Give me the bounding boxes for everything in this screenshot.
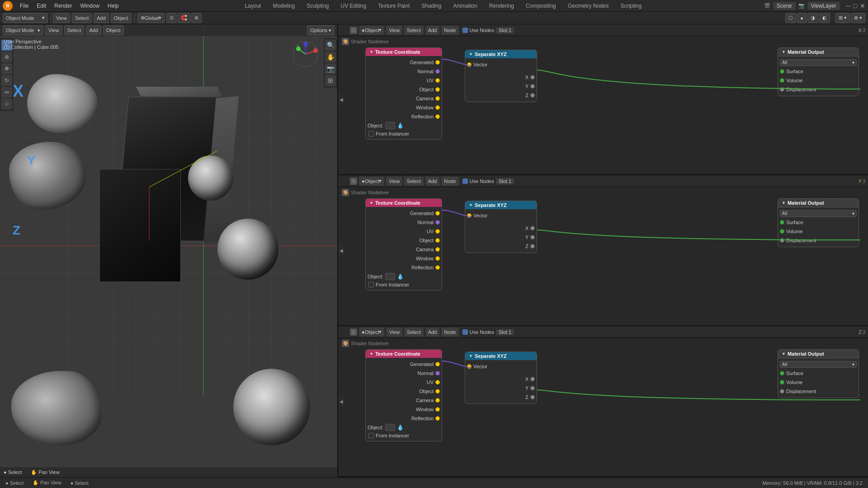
panel3-add[interactable]: Add bbox=[425, 328, 440, 337]
panel3-view[interactable]: View bbox=[386, 328, 402, 337]
tab-scripting[interactable]: Scripting bbox=[615, 1, 647, 11]
node-separate-xyz-1[interactable]: ▼ Separate XYZ Vector X bbox=[465, 50, 537, 102]
eyedropper-3[interactable]: 💧 bbox=[397, 424, 404, 431]
panel1-content[interactable]: 🎨 Shader Nodetree ▼ Texture Coordinate G… bbox=[338, 36, 868, 174]
vp-mode-selector[interactable]: Object Mode▾ bbox=[3, 25, 43, 35]
scene-selector[interactable]: Scene bbox=[773, 2, 796, 10]
tab-uv-editing[interactable]: UV Editing bbox=[335, 1, 372, 11]
panel3-object-select[interactable]: ● Object ▾ bbox=[359, 328, 384, 337]
close-btn[interactable]: ✕ bbox=[860, 2, 865, 9]
material-btn[interactable]: ◑ bbox=[807, 13, 818, 23]
mat-dropdown-2[interactable]: All ▾ bbox=[780, 210, 857, 217]
tab-modeling[interactable]: Modeling bbox=[267, 1, 300, 11]
object-menu-btn[interactable]: Object bbox=[111, 13, 132, 23]
mat-dropdown-1[interactable]: All ▾ bbox=[780, 59, 857, 66]
object-field-box-3[interactable] bbox=[385, 424, 395, 431]
add-menu-btn[interactable]: Add bbox=[94, 13, 109, 23]
view-menu-btn[interactable]: View bbox=[53, 13, 70, 23]
panel1-node[interactable]: Node bbox=[441, 26, 458, 35]
panel3-node[interactable]: Node bbox=[441, 328, 458, 337]
node-material-output-2[interactable]: ▼ Material Output All ▾ Surface Volume D… bbox=[778, 198, 859, 247]
tab-texture-paint[interactable]: Texture Paint bbox=[373, 1, 415, 11]
panel2-object-select[interactable]: ● Object ▾ bbox=[359, 177, 384, 186]
object-field-box-1[interactable] bbox=[385, 122, 395, 129]
eyedropper-2[interactable]: 💧 bbox=[397, 273, 404, 280]
from-instancer-check-1[interactable] bbox=[368, 131, 374, 136]
proportional-edit[interactable]: ⊚ bbox=[191, 13, 202, 23]
pivot-point[interactable]: ⊙ bbox=[166, 13, 177, 23]
panel2-node[interactable]: Node bbox=[441, 177, 458, 186]
panel3-collapse[interactable]: ◀ bbox=[338, 396, 344, 407]
vp-select[interactable]: Select bbox=[64, 25, 85, 35]
rotate-tool[interactable]: ↻ bbox=[1, 75, 12, 86]
vp-options[interactable]: Options ▾ bbox=[307, 25, 335, 35]
node-texture-coord-3[interactable]: ▼ Texture Coordinate Generated Normal UV… bbox=[365, 349, 442, 441]
viewport-overlays[interactable]: ⊞ ▾ bbox=[835, 13, 850, 23]
hand-tool[interactable]: ✋ bbox=[325, 52, 336, 62]
mode-selector[interactable]: Object Mode ▾ bbox=[3, 13, 48, 23]
rendered-btn[interactable]: ◐ bbox=[819, 13, 830, 23]
minimize-btn[interactable]: ─ bbox=[846, 2, 851, 9]
eyedropper-1[interactable]: 💧 bbox=[397, 122, 404, 129]
sep-collapse-1[interactable]: ▼ bbox=[469, 52, 473, 56]
solid-btn[interactable]: ● bbox=[797, 13, 807, 23]
gizmo-toggle[interactable]: ⊕ ▾ bbox=[851, 13, 865, 23]
node-texture-coord-1[interactable]: ▼ Texture Coordinate Generated Normal bbox=[365, 47, 442, 140]
scale-tool[interactable]: ⇔ bbox=[1, 87, 12, 98]
menu-window[interactable]: Window bbox=[76, 2, 103, 10]
object-field-box-2[interactable] bbox=[385, 273, 395, 280]
panel1-select[interactable]: Select bbox=[404, 26, 424, 35]
from-instancer-check-2[interactable] bbox=[368, 282, 374, 287]
camera-tool[interactable]: 📷 bbox=[325, 63, 336, 74]
tab-animation[interactable]: Animation bbox=[448, 1, 482, 11]
3d-viewport[interactable]: Object Mode▾ View Select Add Object Opti… bbox=[0, 24, 338, 477]
transform-selector[interactable]: ⊕ Global ▾ bbox=[137, 13, 165, 23]
use-nodes-check[interactable] bbox=[462, 28, 468, 33]
panel1-slot[interactable]: Slot 1 bbox=[496, 27, 514, 33]
panel1-view[interactable]: View bbox=[386, 26, 402, 35]
panel2-add[interactable]: Add bbox=[425, 177, 440, 186]
mat-collapse-1[interactable]: ▼ bbox=[782, 50, 786, 54]
panel3-slot[interactable]: Slot 1 bbox=[496, 329, 514, 335]
panel2-collapse[interactable]: ◀ bbox=[338, 245, 344, 256]
from-instancer-check-3[interactable] bbox=[368, 433, 374, 438]
panel1-add[interactable]: Add bbox=[425, 26, 440, 35]
menu-edit[interactable]: Edit bbox=[33, 2, 50, 10]
tc-collapse-1[interactable]: ▼ bbox=[369, 50, 373, 54]
viewlayer-selector[interactable]: ViewLayer bbox=[807, 2, 840, 10]
node-material-output-1[interactable]: ▼ Material Output All ▾ Surface bbox=[778, 47, 859, 96]
panel3-content[interactable]: 🎨 Shader Nodetree ▼ Texture Coordinate G… bbox=[338, 338, 868, 476]
panel2-content[interactable]: 🎨 Shader Nodetree ▼ Texture Coordinate G… bbox=[338, 187, 868, 325]
use-nodes-check-3[interactable] bbox=[462, 329, 468, 335]
move-tool[interactable]: ✥ bbox=[1, 63, 12, 74]
snap-btn[interactable]: 🧲 bbox=[178, 13, 190, 23]
vp-add[interactable]: Add bbox=[86, 25, 101, 35]
transform-tool[interactable]: ⊹ bbox=[1, 99, 12, 109]
menu-help[interactable]: Help bbox=[104, 2, 123, 10]
panel2-view[interactable]: View bbox=[386, 177, 402, 186]
menu-render[interactable]: Render bbox=[51, 2, 75, 10]
tab-layout[interactable]: Layout bbox=[239, 1, 266, 11]
node-texture-coord-2[interactable]: ▼ Texture Coordinate Generated Normal UV… bbox=[365, 198, 442, 291]
zoom-in-btn[interactable]: 🔍 bbox=[325, 40, 336, 51]
mat-dropdown-3[interactable]: All ▾ bbox=[780, 361, 857, 368]
tab-shading[interactable]: Shading bbox=[416, 1, 447, 11]
use-nodes-check-2[interactable] bbox=[462, 178, 468, 184]
tab-geometry-nodes[interactable]: Geometry Nodes bbox=[562, 1, 614, 11]
node-separate-xyz-3[interactable]: ▼ Separate XYZ Vector X Y Z bbox=[465, 352, 537, 404]
panel1-collapse[interactable]: ◀ bbox=[338, 94, 344, 105]
panel1-object-select[interactable]: ● Object ▾ bbox=[359, 26, 384, 35]
panel3-select[interactable]: Select bbox=[404, 328, 424, 337]
tc-collapse-2[interactable]: ▼ bbox=[369, 201, 373, 205]
grid-tool[interactable]: ⊞ bbox=[325, 75, 336, 86]
panel2-slot[interactable]: Slot 1 bbox=[496, 178, 514, 184]
tab-rendering[interactable]: Rendering bbox=[484, 1, 519, 11]
node-material-output-3[interactable]: ▼ Material Output All ▾ Surface Volume D… bbox=[778, 349, 859, 398]
cursor-tool[interactable]: ⊕ bbox=[1, 52, 12, 62]
wireframe-btn[interactable]: ⬡ bbox=[785, 13, 796, 23]
node-separate-xyz-2[interactable]: ▼ Separate XYZ Vector X Y Z bbox=[465, 201, 537, 253]
vp-view[interactable]: View bbox=[45, 25, 62, 35]
vp-object[interactable]: Object bbox=[103, 25, 124, 35]
menu-file[interactable]: File bbox=[16, 2, 32, 10]
tab-compositing[interactable]: Compositing bbox=[520, 1, 561, 11]
